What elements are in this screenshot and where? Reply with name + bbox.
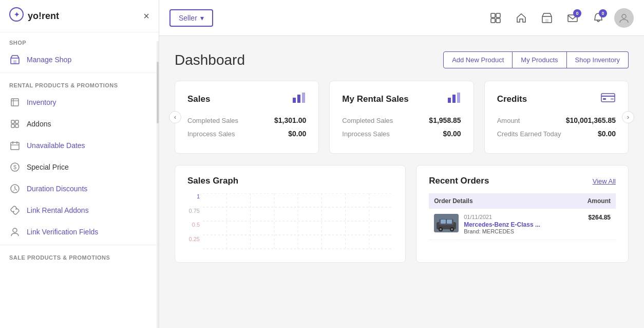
sidebar-item-addons[interactable]: Addons xyxy=(0,113,159,135)
sales-inprocess-label: Inprocess Sales xyxy=(187,130,235,138)
rental-completed-row: Completed Sales $1,958.85 xyxy=(342,116,461,124)
sidebar-item-special-price[interactable]: $ Special Price xyxy=(0,156,159,178)
col-order-details: Order Details xyxy=(429,193,574,209)
svg-point-29 xyxy=(622,14,626,19)
svg-rect-32 xyxy=(302,93,305,103)
y-label-025: 0.25 xyxy=(187,236,200,242)
order-info: 01/11/2021 Mercedes-Benz E-Class ... Bra… xyxy=(464,214,540,234)
shop-icon-btn[interactable] xyxy=(537,8,557,28)
credits-card-next[interactable]: › xyxy=(622,111,634,123)
svg-rect-31 xyxy=(297,95,300,103)
sidebar-item-link-verification-fields[interactable]: Link Verification Fields xyxy=(0,221,159,243)
svg-rect-3 xyxy=(13,60,16,64)
shop-inventory-button[interactable]: Shop Inventory xyxy=(567,51,629,68)
table-row: 01/11/2021 Mercedes-Benz E-Class ... Bra… xyxy=(429,209,616,240)
seller-button[interactable]: Seller ▾ xyxy=(169,9,213,27)
sales-card-header: Sales xyxy=(187,92,306,107)
calendar-icon xyxy=(9,140,21,151)
rental-inprocess-row: Inprocess Sales $0.00 xyxy=(342,130,461,138)
svg-rect-39 xyxy=(611,98,614,100)
credits-title: Credits xyxy=(497,94,527,104)
sidebar-scrollbar xyxy=(157,41,159,328)
order-details-cell: 01/11/2021 Mercedes-Benz E-Class ... Bra… xyxy=(429,209,574,240)
verification-icon xyxy=(9,226,21,238)
sidebar-item-manage-shop[interactable]: Manage Shop xyxy=(0,49,159,70)
svg-line-20 xyxy=(13,190,15,191)
sidebar-section-rental: RENTAL PRODUCTS & PROMOTIONS xyxy=(0,75,159,92)
sidebar-item-unavailable-dates[interactable]: Unavailable Dates xyxy=(0,135,159,156)
svg-rect-9 xyxy=(11,124,14,127)
svg-rect-33 xyxy=(448,98,451,103)
svg-text:$: $ xyxy=(13,164,16,170)
link-icon xyxy=(9,205,21,216)
svg-rect-4 xyxy=(11,99,18,106)
seller-dropdown-icon: ▾ xyxy=(200,14,204,22)
sidebar-divider-2 xyxy=(0,245,159,245)
graph-svg xyxy=(203,193,393,250)
orders-tbody: 01/11/2021 Mercedes-Benz E-Class ... Bra… xyxy=(429,209,616,240)
sales-card-prev[interactable]: ‹ xyxy=(169,111,181,123)
mail-icon-btn[interactable]: 0 xyxy=(563,8,582,28)
sidebar-item-duration-discounts[interactable]: Duration Discounts xyxy=(0,178,159,199)
rental-bar-chart-icon xyxy=(447,92,461,107)
logo-text: yo!rent xyxy=(28,11,59,22)
svg-point-58 xyxy=(440,228,442,230)
sidebar-item-link-rental-addons[interactable]: Link Rental Addons xyxy=(0,199,159,221)
svg-rect-7 xyxy=(11,120,14,123)
sales-completed-label: Completed Sales xyxy=(187,117,238,124)
rental-completed-label: Completed Sales xyxy=(342,117,393,124)
svg-line-19 xyxy=(15,189,17,190)
addons-label: Addons xyxy=(27,120,51,128)
bell-icon-btn[interactable]: 0 xyxy=(589,8,608,28)
rental-sales-card-header: My Rental Sales xyxy=(342,92,461,107)
sales-completed-value: $1,301.00 xyxy=(274,116,306,124)
graph-title: Sales Graph xyxy=(187,176,238,186)
credits-amount-label: Amount xyxy=(497,117,520,124)
dashboard-icon-btn[interactable] xyxy=(486,8,505,28)
svg-rect-38 xyxy=(603,98,606,100)
dollar-circle-icon: $ xyxy=(9,161,21,173)
logo: ✦ yo!rent xyxy=(9,7,59,25)
credits-earned-row: Credits Earned Today $0.00 xyxy=(497,130,616,138)
credits-card-header: Credits xyxy=(497,92,616,107)
link-rental-addons-label: Link Rental Addons xyxy=(27,206,89,214)
svg-rect-22 xyxy=(491,13,495,17)
sidebar-scroll-area: SHOP Manage Shop RENTAL PRODUCTS & PROMO… xyxy=(0,32,159,328)
sales-completed-row: Completed Sales $1,301.00 xyxy=(187,116,306,124)
graph-card-header: Sales Graph xyxy=(187,176,393,186)
bar-chart-icon xyxy=(292,92,306,107)
page-title: Dashboard xyxy=(175,52,245,68)
sidebar-header: ✦ yo!rent × xyxy=(0,0,159,32)
graph-svg-wrap xyxy=(203,193,393,252)
seller-label: Seller xyxy=(179,14,197,22)
home-icon-btn[interactable] xyxy=(512,8,531,28)
svg-rect-10 xyxy=(15,124,18,127)
avatar[interactable] xyxy=(614,8,634,28)
my-products-button[interactable]: My Products xyxy=(513,51,566,68)
special-price-label: Special Price xyxy=(27,163,69,171)
bottom-row: Sales Graph 1 0.75 0.5 0.25 xyxy=(175,165,629,263)
add-new-product-button[interactable]: Add New Product xyxy=(443,51,513,68)
inventory-label: Inventory xyxy=(27,98,56,106)
svg-rect-36 xyxy=(601,94,615,102)
rental-sales-title: My Rental Sales xyxy=(342,94,408,104)
duration-discounts-label: Duration Discounts xyxy=(27,185,87,193)
svg-rect-24 xyxy=(491,19,495,23)
sidebar: ✦ yo!rent × SHOP Manage Shop RENTAL PROD… xyxy=(0,0,159,328)
svg-text:✦: ✦ xyxy=(14,11,20,19)
credits-amount-row: Amount $10,001,365.85 xyxy=(497,116,616,124)
mail-badge: 0 xyxy=(573,9,581,17)
addons-icon xyxy=(9,118,21,130)
credits-earned-value: $0.00 xyxy=(598,130,616,138)
credits-amount-value: $10,001,365.85 xyxy=(566,116,616,124)
svg-rect-8 xyxy=(15,120,18,123)
graph-card: Sales Graph 1 0.75 0.5 0.25 xyxy=(175,165,406,263)
svg-rect-34 xyxy=(452,95,456,103)
y-label-075: 0.75 xyxy=(187,208,200,214)
sidebar-item-inventory[interactable]: Inventory xyxy=(0,92,159,113)
bell-badge: 0 xyxy=(599,9,607,17)
topnav: Seller ▾ xyxy=(159,0,644,36)
col-amount: Amount xyxy=(574,193,616,209)
view-all-link[interactable]: View All xyxy=(593,177,616,185)
close-button[interactable]: × xyxy=(143,10,149,22)
